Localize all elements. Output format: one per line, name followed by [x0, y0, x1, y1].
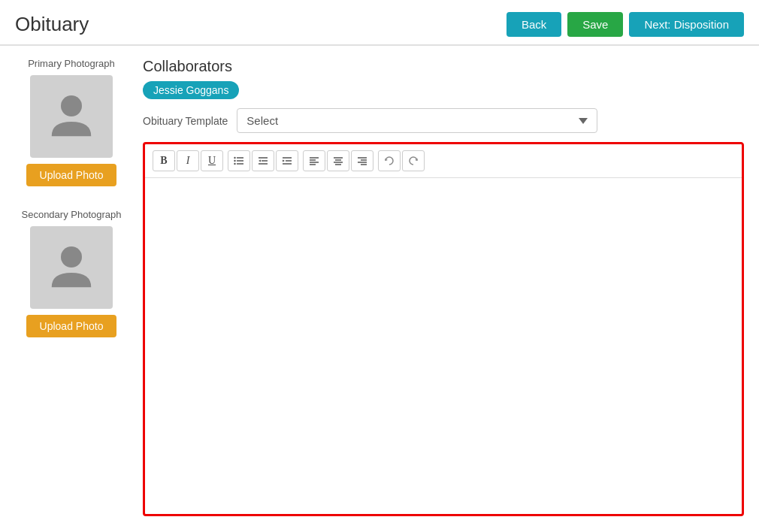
template-row: Obituary Template Select: [143, 108, 744, 133]
left-panel: Primary Photograph Upload Photo Secondar…: [15, 58, 128, 516]
italic-button[interactable]: I: [177, 150, 199, 171]
svg-point-5: [234, 157, 235, 159]
primary-photo-label: Primary Photograph: [28, 58, 115, 71]
template-label: Obituary Template: [143, 115, 228, 127]
person-silhouette-secondary-icon: [45, 241, 98, 294]
outdent-button[interactable]: [252, 150, 274, 171]
underline-button[interactable]: U: [201, 150, 223, 171]
list-icon: [234, 156, 244, 166]
page-header: Obituary Back Save Next: Disposition: [0, 0, 759, 46]
next-disposition-button[interactable]: Next: Disposition: [629, 12, 744, 37]
undo-icon: [384, 156, 395, 166]
obituary-template-select[interactable]: Select: [237, 108, 597, 133]
history-group: [378, 150, 425, 171]
person-silhouette-icon: [45, 90, 98, 143]
indent-button[interactable]: [276, 150, 298, 171]
align-group: [303, 150, 373, 171]
align-center-button[interactable]: [327, 150, 349, 171]
list-button[interactable]: [228, 150, 250, 171]
primary-upload-photo-button[interactable]: Upload Photo: [26, 164, 116, 186]
secondary-photo-label: Secondary Photograph: [22, 209, 122, 222]
redo-button[interactable]: [402, 150, 425, 171]
align-left-button[interactable]: [303, 150, 325, 171]
back-button[interactable]: Back: [507, 12, 561, 37]
primary-photo-placeholder: [30, 75, 113, 158]
svg-point-1: [61, 246, 82, 268]
svg-point-7: [234, 163, 235, 165]
collaborator-badge[interactable]: Jessie Goggans: [143, 81, 239, 99]
svg-point-0: [61, 95, 82, 116]
secondary-upload-photo-button[interactable]: Upload Photo: [26, 315, 116, 337]
bold-button[interactable]: B: [153, 150, 175, 171]
editor-toolbar: B I U: [145, 144, 742, 178]
list-group: [228, 150, 298, 171]
format-group: B I U: [153, 150, 223, 171]
header-buttons: Back Save Next: Disposition: [507, 12, 744, 37]
outdent-icon: [258, 156, 268, 166]
collaborators-section: Collaborators Jessie Goggans: [143, 58, 744, 99]
align-center-icon: [333, 156, 343, 166]
align-left-icon: [309, 156, 319, 166]
redo-icon: [408, 156, 419, 166]
page-title: Obituary: [15, 13, 89, 36]
collaborators-title: Collaborators: [143, 58, 744, 75]
save-button[interactable]: Save: [567, 12, 623, 37]
undo-button[interactable]: [378, 150, 401, 171]
svg-point-6: [234, 160, 235, 162]
align-right-icon: [357, 156, 367, 166]
editor-container: B I U: [143, 142, 744, 516]
main-content: Primary Photograph Upload Photo Secondar…: [0, 46, 759, 528]
align-right-button[interactable]: [351, 150, 373, 171]
right-panel: Collaborators Jessie Goggans Obituary Te…: [143, 58, 744, 516]
indent-icon: [282, 156, 292, 166]
obituary-text-editor[interactable]: [145, 178, 742, 514]
secondary-photo-placeholder: [30, 226, 113, 309]
